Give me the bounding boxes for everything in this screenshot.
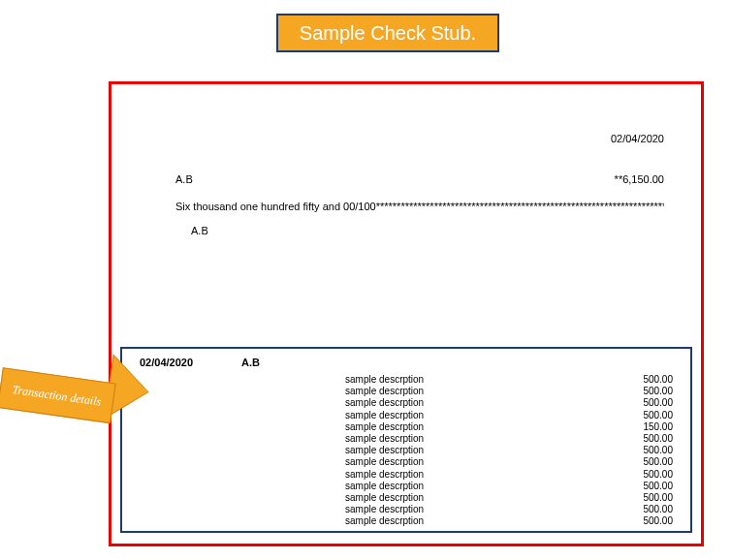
stub-row: sample descrption500.00 (140, 410, 673, 421)
stub-row-amount: 500.00 (643, 410, 673, 421)
sample-check-stub-label: Sample Check Stub. (276, 14, 499, 52)
stub-row: sample descrption500.00 (140, 456, 673, 468)
payee-name: A.B (175, 173, 193, 185)
stub-row-amount: 500.00 (643, 469, 673, 481)
check-top-area: 02/04/2020 A.B **6,150.00 Six thousand o… (129, 94, 683, 268)
stub-header: 02/04/2020 A.B (140, 357, 673, 368)
stub-row-amount: 500.00 (643, 515, 673, 527)
stub-row: sample descrption500.00 (140, 481, 673, 492)
stub-row-amount: 150.00 (643, 421, 673, 433)
stub-payee: A.B (241, 357, 260, 368)
stub-row: sample descrption500.00 (140, 386, 673, 397)
stub-row: sample descrption500.00 (140, 397, 673, 409)
stub-row: sample descrption500.00 (140, 445, 673, 456)
stub-row-desc: sample descrption (140, 481, 424, 492)
stub-row-desc: sample descrption (140, 469, 424, 481)
payee-amount-row: A.B **6,150.00 (175, 173, 664, 185)
callout-label: Transaction details (12, 382, 103, 409)
stub-row: sample descrption500.00 (140, 492, 673, 504)
stub-row-amount: 500.00 (643, 433, 673, 445)
stub-row-desc: sample descrption (140, 492, 424, 504)
transaction-details-callout: Transaction details (0, 361, 155, 420)
stub-row-desc: sample descrption (140, 504, 424, 515)
transaction-stub-box: 02/04/2020 A.B sample descrption500.00sa… (120, 347, 692, 533)
stub-row-desc: sample descrption (140, 397, 424, 409)
stub-row: sample descrption150.00 (140, 421, 673, 433)
header-text: Sample Check Stub. (300, 22, 476, 45)
callout-body: Transaction details (0, 367, 116, 423)
stub-row: sample descrption500.00 (140, 504, 673, 515)
stub-row: sample descrption500.00 (140, 374, 673, 386)
stub-row-desc: sample descrption (140, 515, 424, 527)
stub-row-amount: 500.00 (643, 397, 673, 409)
payee-repeat: A.B (191, 225, 208, 236)
stub-row-amount: 500.00 (643, 481, 673, 492)
check-date: 02/04/2020 (611, 133, 664, 144)
stub-row-desc: sample descrption (140, 445, 424, 456)
stub-row-amount: 500.00 (643, 445, 673, 456)
amount-in-words: Six thousand one hundred fifty and 00/10… (175, 201, 664, 212)
stub-row-amount: 500.00 (643, 456, 673, 468)
stub-row: sample descrption500.00 (140, 469, 673, 481)
stub-rows: sample descrption500.00sample descrption… (140, 374, 673, 528)
stub-row-desc: sample descrption (140, 374, 424, 386)
stub-row-desc: sample descrption (140, 421, 424, 433)
stub-row-amount: 500.00 (643, 492, 673, 504)
stub-row-desc: sample descrption (140, 433, 424, 445)
stub-row-desc: sample descrption (140, 456, 424, 468)
amount-numeric: **6,150.00 (615, 173, 664, 185)
stub-row: sample descrption500.00 (140, 515, 673, 527)
stub-row-amount: 500.00 (643, 386, 673, 397)
stub-row-desc: sample descrption (140, 410, 424, 421)
stub-row-desc: sample descrption (140, 386, 424, 397)
stub-row-amount: 500.00 (643, 374, 673, 386)
stub-row: sample descrption500.00 (140, 433, 673, 445)
stub-row-amount: 500.00 (643, 504, 673, 515)
